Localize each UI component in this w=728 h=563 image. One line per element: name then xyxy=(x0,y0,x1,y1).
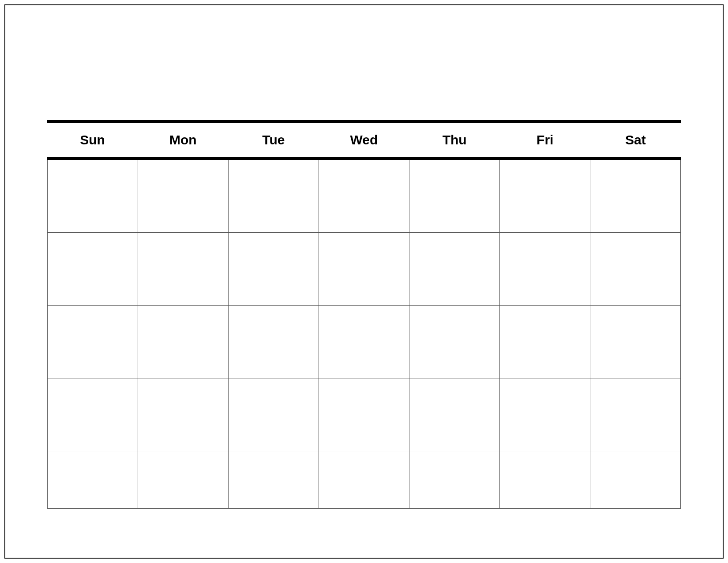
calendar-cell xyxy=(138,306,229,378)
calendar-cell xyxy=(319,378,409,451)
calendar-cell xyxy=(138,233,229,306)
calendar-cell xyxy=(319,160,409,233)
calendar-row xyxy=(47,378,681,451)
calendar-cell xyxy=(500,306,590,378)
calendar-cell xyxy=(229,160,319,233)
calendar-grid xyxy=(47,160,681,509)
day-header-sat: Sat xyxy=(590,123,681,157)
calendar-cell xyxy=(409,160,500,233)
calendar-cell xyxy=(500,160,590,233)
calendar-cell xyxy=(409,451,500,509)
calendar-cell xyxy=(47,160,138,233)
calendar-cell xyxy=(590,306,681,378)
calendar-row xyxy=(47,306,681,378)
calendar-cell xyxy=(409,306,500,378)
day-header-sun: Sun xyxy=(47,123,138,157)
calendar-cell xyxy=(47,378,138,451)
calendar-cell xyxy=(47,451,138,509)
calendar-row xyxy=(47,451,681,509)
calendar-header-row: Sun Mon Tue Wed Thu Fri Sat xyxy=(47,120,681,160)
calendar-cell xyxy=(409,378,500,451)
calendar-cell xyxy=(319,306,409,378)
calendar-cell xyxy=(229,306,319,378)
calendar-row xyxy=(47,233,681,306)
calendar-cell xyxy=(47,306,138,378)
calendar-cell xyxy=(590,378,681,451)
day-header-wed: Wed xyxy=(319,123,409,157)
calendar-cell xyxy=(590,451,681,509)
calendar-cell xyxy=(138,451,229,509)
calendar-cell xyxy=(500,378,590,451)
calendar-cell xyxy=(138,378,229,451)
calendar-cell xyxy=(47,233,138,306)
calendar-cell xyxy=(319,233,409,306)
calendar-cell xyxy=(500,451,590,509)
calendar-cell xyxy=(409,233,500,306)
calendar-cell xyxy=(229,451,319,509)
calendar-cell xyxy=(319,451,409,509)
day-header-fri: Fri xyxy=(500,123,590,157)
calendar-cell xyxy=(138,160,229,233)
calendar-cell xyxy=(229,378,319,451)
calendar-cell xyxy=(590,160,681,233)
calendar-cell xyxy=(229,233,319,306)
day-header-thu: Thu xyxy=(409,123,500,157)
calendar: Sun Mon Tue Wed Thu Fri Sat xyxy=(47,120,681,509)
page-frame: Sun Mon Tue Wed Thu Fri Sat xyxy=(4,4,724,559)
calendar-cell xyxy=(500,233,590,306)
day-header-mon: Mon xyxy=(138,123,228,157)
calendar-row xyxy=(47,160,681,233)
day-header-tue: Tue xyxy=(228,123,319,157)
calendar-cell xyxy=(590,233,681,306)
